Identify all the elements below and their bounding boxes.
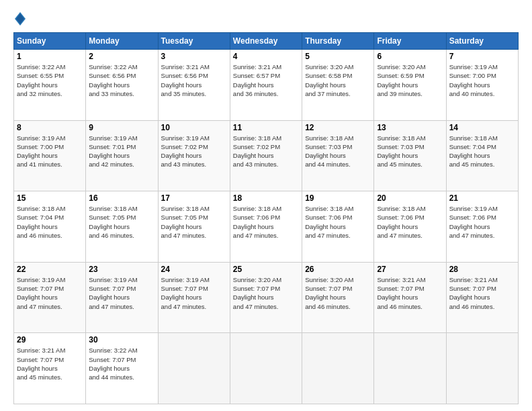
day-number: 29 [17,335,83,345]
day-number: 20 [377,193,443,203]
calendar-cell: 23 Sunrise: 3:19 AM Sunset: 7:07 PM Dayl… [86,262,158,333]
calendar-cell: 22 Sunrise: 3:19 AM Sunset: 7:07 PM Dayl… [14,262,86,333]
day-number: 12 [305,123,371,132]
day-info: Sunrise: 3:19 AM Sunset: 7:07 PM Dayligh… [89,275,154,311]
calendar-cell [158,333,230,404]
day-info: Sunrise: 3:19 AM Sunset: 7:00 PM Dayligh… [449,62,515,98]
logo-icon [15,12,26,26]
day-info: Sunrise: 3:19 AM Sunset: 7:02 PM Dayligh… [161,134,227,169]
calendar-cell: 3 Sunrise: 3:21 AM Sunset: 6:56 PM Dayli… [158,50,230,121]
day-info: Sunrise: 3:18 AM Sunset: 7:06 PM Dayligh… [377,204,443,240]
day-info: Sunrise: 3:22 AM Sunset: 6:56 PM Dayligh… [89,62,154,98]
day-info: Sunrise: 3:20 AM Sunset: 7:07 PM Dayligh… [233,275,299,311]
day-info: Sunrise: 3:18 AM Sunset: 7:06 PM Dayligh… [233,204,299,240]
calendar-week-row: 22 Sunrise: 3:19 AM Sunset: 7:07 PM Dayl… [14,262,519,333]
day-info: Sunrise: 3:20 AM Sunset: 6:58 PM Dayligh… [305,62,371,98]
day-number: 15 [17,193,83,203]
calendar-cell: 14 Sunrise: 3:18 AM Sunset: 7:04 PM Dayl… [446,120,518,191]
svg-marker-1 [16,13,24,24]
calendar-cell: 15 Sunrise: 3:18 AM Sunset: 7:04 PM Dayl… [14,191,86,263]
day-number: 26 [305,265,371,274]
day-number: 25 [233,265,299,274]
calendar-cell: 8 Sunrise: 3:19 AM Sunset: 7:00 PM Dayli… [14,120,86,191]
day-number: 30 [89,335,154,345]
day-info: Sunrise: 3:18 AM Sunset: 7:04 PM Dayligh… [449,134,515,169]
calendar-cell: 10 Sunrise: 3:19 AM Sunset: 7:02 PM Dayl… [158,120,230,191]
day-number: 2 [89,52,154,61]
day-number: 16 [89,193,154,203]
day-number: 18 [233,193,299,203]
day-info: Sunrise: 3:21 AM Sunset: 7:07 PM Dayligh… [377,275,443,311]
calendar-cell: 9 Sunrise: 3:19 AM Sunset: 7:01 PM Dayli… [86,120,158,191]
calendar-cell: 2 Sunrise: 3:22 AM Sunset: 6:56 PM Dayli… [86,50,158,121]
calendar-cell [302,333,374,404]
calendar-cell: 4 Sunrise: 3:21 AM Sunset: 6:57 PM Dayli… [230,50,302,121]
calendar-week-row: 1 Sunrise: 3:22 AM Sunset: 6:55 PM Dayli… [14,50,519,121]
day-info: Sunrise: 3:19 AM Sunset: 7:00 PM Dayligh… [17,134,83,169]
calendar-cell: 28 Sunrise: 3:21 AM Sunset: 7:07 PM Dayl… [446,262,518,333]
calendar-cell: 26 Sunrise: 3:20 AM Sunset: 7:07 PM Dayl… [302,262,374,333]
weekday-header-thursday: Thursday [302,33,374,50]
day-number: 1 [17,52,83,61]
day-info: Sunrise: 3:18 AM Sunset: 7:06 PM Dayligh… [305,204,371,240]
header [13,12,519,26]
calendar-header-row: SundayMondayTuesdayWednesdayThursdayFrid… [14,33,519,50]
day-info: Sunrise: 3:21 AM Sunset: 7:07 PM Dayligh… [449,275,515,311]
calendar-cell: 7 Sunrise: 3:19 AM Sunset: 7:00 PM Dayli… [446,50,518,121]
calendar-cell: 29 Sunrise: 3:21 AM Sunset: 7:07 PM Dayl… [14,333,86,404]
calendar-cell: 16 Sunrise: 3:18 AM Sunset: 7:05 PM Dayl… [86,191,158,263]
calendar-cell: 13 Sunrise: 3:18 AM Sunset: 7:03 PM Dayl… [374,120,446,191]
day-number: 5 [305,52,371,61]
calendar-cell: 24 Sunrise: 3:19 AM Sunset: 7:07 PM Dayl… [158,262,230,333]
calendar-table: SundayMondayTuesdayWednesdayThursdayFrid… [13,32,519,404]
calendar-cell: 11 Sunrise: 3:18 AM Sunset: 7:02 PM Dayl… [230,120,302,191]
calendar-cell: 5 Sunrise: 3:20 AM Sunset: 6:58 PM Dayli… [302,50,374,121]
day-info: Sunrise: 3:21 AM Sunset: 7:07 PM Dayligh… [17,346,83,381]
weekday-header-tuesday: Tuesday [158,33,230,50]
day-info: Sunrise: 3:19 AM Sunset: 7:01 PM Dayligh… [89,134,154,169]
calendar-cell: 21 Sunrise: 3:19 AM Sunset: 7:06 PM Dayl… [446,191,518,263]
day-info: Sunrise: 3:19 AM Sunset: 7:06 PM Dayligh… [449,204,515,240]
calendar-cell [446,333,518,404]
day-info: Sunrise: 3:19 AM Sunset: 7:07 PM Dayligh… [17,275,83,311]
weekday-header-sunday: Sunday [14,33,86,50]
logo [13,12,26,26]
weekday-header-friday: Friday [374,33,446,50]
day-info: Sunrise: 3:19 AM Sunset: 7:07 PM Dayligh… [161,275,227,311]
day-info: Sunrise: 3:22 AM Sunset: 6:55 PM Dayligh… [17,62,83,98]
calendar-cell: 25 Sunrise: 3:20 AM Sunset: 7:07 PM Dayl… [230,262,302,333]
day-info: Sunrise: 3:20 AM Sunset: 6:59 PM Dayligh… [377,62,443,98]
day-number: 7 [449,52,515,61]
day-number: 21 [449,193,515,203]
weekday-header-saturday: Saturday [446,33,518,50]
day-number: 6 [377,52,443,61]
day-info: Sunrise: 3:18 AM Sunset: 7:04 PM Dayligh… [17,204,83,240]
calendar-cell: 17 Sunrise: 3:18 AM Sunset: 7:05 PM Dayl… [158,191,230,263]
day-info: Sunrise: 3:18 AM Sunset: 7:02 PM Dayligh… [233,134,299,169]
calendar-cell [230,333,302,404]
calendar-week-row: 15 Sunrise: 3:18 AM Sunset: 7:04 PM Dayl… [14,191,519,263]
day-info: Sunrise: 3:22 AM Sunset: 7:07 PM Dayligh… [89,346,154,381]
day-number: 22 [17,265,83,274]
calendar-cell: 18 Sunrise: 3:18 AM Sunset: 7:06 PM Dayl… [230,191,302,263]
day-number: 17 [161,193,227,203]
day-number: 28 [449,265,515,274]
calendar-cell: 12 Sunrise: 3:18 AM Sunset: 7:03 PM Dayl… [302,120,374,191]
day-number: 23 [89,265,154,274]
weekday-header-wednesday: Wednesday [230,33,302,50]
day-number: 11 [233,123,299,132]
day-info: Sunrise: 3:18 AM Sunset: 7:05 PM Dayligh… [161,204,227,240]
calendar-cell: 6 Sunrise: 3:20 AM Sunset: 6:59 PM Dayli… [374,50,446,121]
weekday-header-monday: Monday [86,33,158,50]
calendar-week-row: 29 Sunrise: 3:21 AM Sunset: 7:07 PM Dayl… [14,333,519,404]
calendar-cell [374,333,446,404]
day-number: 4 [233,52,299,61]
day-info: Sunrise: 3:18 AM Sunset: 7:03 PM Dayligh… [305,134,371,169]
day-number: 3 [161,52,227,61]
calendar-cell: 1 Sunrise: 3:22 AM Sunset: 6:55 PM Dayli… [14,50,86,121]
calendar-cell: 19 Sunrise: 3:18 AM Sunset: 7:06 PM Dayl… [302,191,374,263]
day-info: Sunrise: 3:18 AM Sunset: 7:03 PM Dayligh… [377,134,443,169]
day-number: 8 [17,123,83,132]
day-number: 24 [161,265,227,274]
day-info: Sunrise: 3:18 AM Sunset: 7:05 PM Dayligh… [89,204,154,240]
